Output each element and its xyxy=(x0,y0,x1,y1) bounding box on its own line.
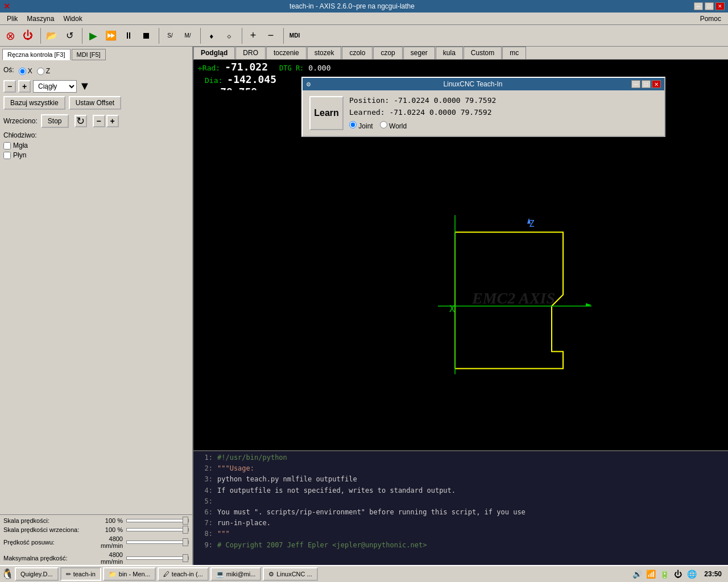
maximize-btn[interactable]: □ xyxy=(705,2,714,10)
feed-label: Prędkość posuwu: xyxy=(3,539,92,546)
taskbar-quigley[interactable]: Quigley.D... xyxy=(15,567,59,581)
tab-seger[interactable]: seger xyxy=(403,47,435,59)
spindle-speed-track[interactable] xyxy=(126,528,189,531)
joint-radio[interactable] xyxy=(349,121,357,128)
world-radio[interactable] xyxy=(380,121,387,128)
dropdown-arrow[interactable]: ▼ xyxy=(79,80,90,93)
dialog-maximize-btn[interactable]: □ xyxy=(642,80,651,88)
max-feed-thumb[interactable] xyxy=(183,554,188,562)
step-minus-btn[interactable]: − xyxy=(3,80,16,93)
console-content: 1: #!/usr/bin/python 2: """Usage: 3: pyt… xyxy=(193,451,728,552)
joint-option[interactable]: Joint xyxy=(349,121,373,130)
tab-podglad[interactable]: Podgląd xyxy=(193,47,235,59)
tab-custom[interactable]: Custom xyxy=(464,47,502,59)
position-value: -71.0224 0.0000 79.7592 xyxy=(394,96,496,105)
tab-czop[interactable]: czop xyxy=(373,47,402,59)
tab-mdi[interactable]: MDI [F5] xyxy=(72,49,106,60)
reload-icon[interactable]: ↺ xyxy=(61,28,77,44)
close-btn[interactable]: ✕ xyxy=(715,2,725,10)
taskbar-battery-icon[interactable]: 🔋 xyxy=(659,568,670,580)
code-line-2: 2: """Usage: xyxy=(197,463,725,474)
tab-stozek[interactable]: stozek xyxy=(307,47,342,59)
taskbar-network-icon[interactable]: 🔊 xyxy=(631,568,643,580)
menu-maszyna[interactable]: Maszyna xyxy=(22,14,59,24)
jog-mode-select[interactable]: Ciągły Krokowy xyxy=(33,80,77,93)
taskbar-teachin[interactable]: ✏ teach-in xyxy=(60,567,101,581)
tab-toczenie[interactable]: toczenie xyxy=(266,47,307,59)
zoom-out-icon[interactable]: − xyxy=(263,28,279,44)
mgla-checkbox[interactable] xyxy=(3,142,11,149)
menu-bar: Plik Maszyna Widok Pomoc xyxy=(0,13,728,25)
taskbar-miki[interactable]: 💻 miki@mi... xyxy=(210,567,262,581)
spindle-dir-btn[interactable]: ↻ xyxy=(75,115,87,127)
ustaw-offset-btn[interactable]: Ustaw Offset xyxy=(69,96,121,110)
spindle-speed-thumb[interactable] xyxy=(183,526,188,534)
open-file-icon[interactable]: 📂 xyxy=(44,28,60,44)
menu-plik[interactable]: Plik xyxy=(2,14,22,24)
spindle-minus-btn[interactable]: − xyxy=(93,115,105,127)
world-option[interactable]: World xyxy=(380,121,407,130)
speed-track[interactable] xyxy=(126,519,189,522)
start-icon[interactable]: 🐧 xyxy=(2,568,13,580)
dialog-position: Position: -71.0224 0.0000 79.7592 xyxy=(349,96,657,105)
taskbar-power-icon[interactable]: ⏻ xyxy=(672,568,684,580)
emergency-stop-icon[interactable]: ⊗ xyxy=(2,28,18,44)
dialog-minimize-btn[interactable]: ─ xyxy=(631,80,640,88)
step-plus-btn[interactable]: + xyxy=(18,80,31,93)
line-content-6: You must ". scripts/rip-environment" bef… xyxy=(217,507,526,518)
line-content-1: #!/usr/bin/python xyxy=(217,452,287,463)
line-num-6: 6: xyxy=(197,507,213,518)
taskbar-flag-icon[interactable]: 🌐 xyxy=(686,568,697,580)
touch-off-icon[interactable]: ⬧ xyxy=(204,28,220,44)
run-icon[interactable]: ▶ xyxy=(85,28,101,44)
pause-icon[interactable]: ⏸ xyxy=(121,28,136,44)
learned-value: -71.0224 0.0000 79.7592 xyxy=(389,108,491,117)
line-num-3: 3: xyxy=(197,474,213,485)
axis-section: Oś: X Z xyxy=(3,66,189,76)
taskbar-teachin2[interactable]: 🖊 teach-in (... xyxy=(158,567,209,581)
mdi-icon[interactable]: MDI xyxy=(287,28,303,44)
touch-off-fixture-icon[interactable]: ⬦ xyxy=(221,28,237,44)
feed-track[interactable] xyxy=(126,541,189,544)
stop-btn[interactable]: Stop xyxy=(41,114,69,128)
menu-widok[interactable]: Widok xyxy=(59,14,86,24)
menu-pomoc[interactable]: Pomoc xyxy=(696,14,726,24)
zoom-in-icon[interactable]: + xyxy=(245,28,261,44)
feed-thumb[interactable] xyxy=(183,538,188,546)
step-icon[interactable]: ⏩ xyxy=(103,28,119,44)
taskbar-linuxcnc-label: LinuxCNC ... xyxy=(276,571,312,577)
tab-reczna[interactable]: Ręczna kontrola [F3] xyxy=(2,49,71,60)
max-feed-slider-row: Maksymalna prędkość: 4800 mm/min xyxy=(3,551,189,565)
stop-prog-icon[interactable]: ⏹ xyxy=(138,28,154,44)
title-bar-left: ✕ xyxy=(3,2,10,11)
spindle-plus-btn[interactable]: + xyxy=(106,115,119,127)
code-line-4: 4: If outputfile is not specified, write… xyxy=(197,485,725,496)
axis-z-option[interactable]: Z xyxy=(37,67,50,75)
bazuj-wszystkie-btn[interactable]: Bazuj wszystkie xyxy=(3,96,65,110)
speed-value: 100 % xyxy=(92,517,123,524)
taskbar-linuxcnc[interactable]: ⚙ LinuxCNC ... xyxy=(263,567,317,581)
speed-thumb[interactable] xyxy=(183,517,188,525)
tab-dro[interactable]: DRO xyxy=(235,47,266,59)
max-feed-track[interactable] xyxy=(126,556,189,560)
optional-stop-icon[interactable]: M/ xyxy=(180,28,196,44)
axis-x-radio[interactable] xyxy=(19,68,26,75)
learn-btn[interactable]: Learn xyxy=(309,96,344,130)
mgla-label: Mgła xyxy=(13,142,28,149)
single-step-icon[interactable]: S/ xyxy=(162,28,178,44)
power-icon[interactable]: ⏻ xyxy=(20,28,36,44)
spindle-speed-slider-row: Skala prędkości wrzeciona: 100 % xyxy=(3,526,189,533)
tab-czolo[interactable]: czolo xyxy=(342,47,373,59)
canvas-tab-bar: Podgląd DRO toczenie stozek czolo czop s… xyxy=(193,47,728,60)
taskbar-bin[interactable]: 📁 bin - Men... xyxy=(103,567,156,581)
minimize-btn[interactable]: ─ xyxy=(694,2,703,10)
code-line-7: 7: run-in-place. xyxy=(197,518,725,529)
tab-kula[interactable]: kula xyxy=(436,47,463,59)
tab-mc[interactable]: mc xyxy=(502,47,526,59)
axis-z-radio[interactable] xyxy=(37,68,44,75)
axis-x-option[interactable]: X xyxy=(19,67,32,75)
dialog-close-btn[interactable]: ✕ xyxy=(652,80,661,88)
taskbar-miki-icon: 💻 xyxy=(216,571,224,578)
plyn-checkbox[interactable] xyxy=(3,152,11,159)
taskbar-volume-icon[interactable]: 📶 xyxy=(645,568,656,580)
